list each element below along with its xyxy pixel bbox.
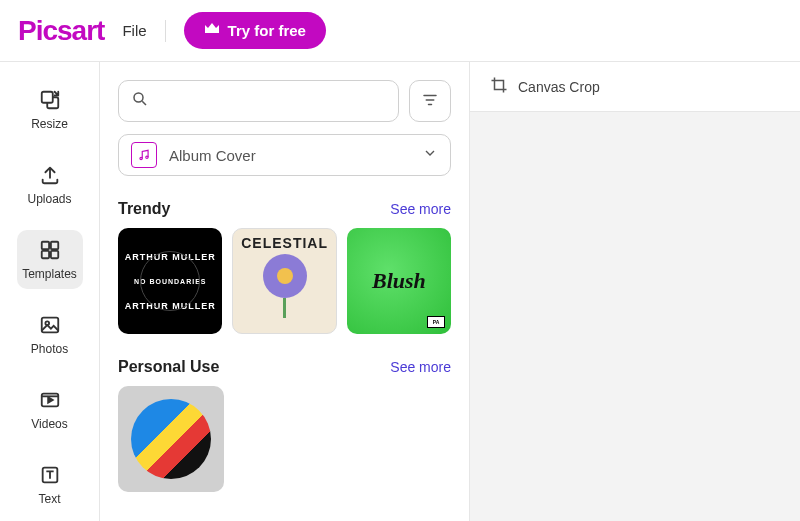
svg-rect-4: [50, 251, 57, 258]
svg-rect-1: [41, 242, 48, 249]
crop-icon[interactable]: [490, 76, 508, 98]
template-thumb[interactable]: Blush PA: [347, 228, 451, 334]
template-thumb[interactable]: ARTHUR MULLER NO BOUNDARIES ARTHUR MULLE…: [118, 228, 222, 334]
sidebar-item-text[interactable]: Text: [17, 455, 83, 514]
crown-icon: [204, 22, 220, 39]
section-personal-use: Personal Use See more: [118, 358, 451, 492]
music-note-icon: [131, 142, 157, 168]
template-thumb[interactable]: [118, 386, 224, 492]
try-for-free-button[interactable]: Try for free: [184, 12, 326, 49]
app-header: Picsart File Try for free: [0, 0, 800, 62]
sidebar-item-resize[interactable]: Resize: [17, 80, 83, 139]
canvas-area: Canvas Crop: [470, 62, 800, 521]
thumb-text: CELESTIAL: [241, 235, 328, 251]
upload-icon: [38, 163, 62, 187]
svg-point-9: [134, 93, 143, 102]
try-label: Try for free: [228, 22, 306, 39]
templates-icon: [38, 238, 62, 262]
svg-rect-3: [41, 251, 48, 258]
sidebar-item-label: Templates: [22, 267, 77, 281]
thumb-row: ARTHUR MULLER NO BOUNDARIES ARTHUR MULLE…: [118, 228, 451, 334]
search-row: [118, 80, 451, 122]
section-title: Personal Use: [118, 358, 219, 376]
thumb-row: [118, 386, 451, 492]
stem: [283, 298, 286, 318]
advisory-icon: PA: [427, 316, 445, 328]
sidebar-item-label: Resize: [31, 117, 68, 131]
filter-icon: [421, 91, 439, 112]
abstract-art-icon: [131, 399, 211, 479]
file-menu[interactable]: File: [122, 22, 146, 39]
left-sidebar: Resize Uploads Templates Photos Videos: [0, 62, 100, 521]
search-field[interactable]: [157, 93, 386, 109]
photos-icon: [38, 313, 62, 337]
svg-rect-5: [41, 318, 58, 333]
sidebar-item-label: Photos: [31, 342, 68, 356]
sidebar-item-uploads[interactable]: Uploads: [17, 155, 83, 214]
chevron-down-icon: [422, 145, 438, 165]
flower-icon: [263, 254, 307, 298]
divider: [165, 20, 166, 42]
section-trendy: Trendy See more ARTHUR MULLER NO BOUNDAR…: [118, 200, 451, 334]
svg-rect-0: [41, 92, 52, 103]
see-more-link[interactable]: See more: [390, 201, 451, 217]
sidebar-item-videos[interactable]: Videos: [17, 380, 83, 439]
text-icon: [38, 463, 62, 487]
sidebar-item-label: Videos: [31, 417, 67, 431]
thumb-text: Blush: [372, 268, 426, 294]
see-more-link[interactable]: See more: [390, 359, 451, 375]
filter-button[interactable]: [409, 80, 451, 122]
canvas-crop-button[interactable]: Canvas Crop: [518, 79, 600, 95]
templates-panel: Album Cover Trendy See more ARTHUR MULLE…: [100, 62, 470, 521]
search-input[interactable]: [118, 80, 399, 122]
main-area: Resize Uploads Templates Photos Videos: [0, 62, 800, 521]
resize-icon: [38, 88, 62, 112]
category-label: Album Cover: [169, 147, 422, 164]
canvas-toolbar: Canvas Crop: [470, 62, 800, 112]
svg-point-10: [140, 157, 142, 159]
template-thumb[interactable]: CELESTIAL: [232, 228, 336, 334]
svg-rect-2: [50, 242, 57, 249]
search-icon: [131, 90, 149, 112]
svg-point-11: [146, 156, 148, 158]
category-selector[interactable]: Album Cover: [118, 134, 451, 176]
section-title: Trendy: [118, 200, 170, 218]
sidebar-item-photos[interactable]: Photos: [17, 305, 83, 364]
sidebar-item-label: Text: [38, 492, 60, 506]
sidebar-item-templates[interactable]: Templates: [17, 230, 83, 289]
logo: Picsart: [18, 15, 104, 47]
sidebar-item-label: Uploads: [27, 192, 71, 206]
videos-icon: [38, 388, 62, 412]
